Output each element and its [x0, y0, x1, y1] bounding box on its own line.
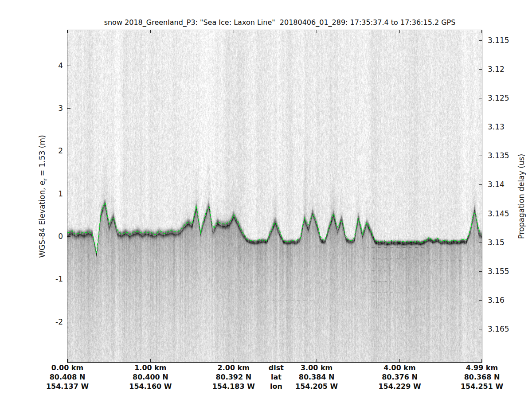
- lat-value: 80.368 N: [449, 372, 515, 382]
- x-tick-top: [399, 30, 400, 33]
- x-tick-bottom: [67, 359, 68, 362]
- x-axis-col-4.99-km: 4.99 km80.368 N154.251 W: [449, 363, 515, 391]
- delay-tick-label: 3.125: [488, 94, 519, 102]
- y-right-tick: [479, 156, 482, 156]
- elevation-tick-label: -2: [31, 317, 63, 326]
- x-tick-bottom: [317, 359, 317, 362]
- x-tick-top: [481, 30, 482, 33]
- y-left-tick: [67, 322, 70, 322]
- x-tick-bottom: [481, 359, 482, 362]
- elevation-tick-label: 2: [31, 146, 63, 155]
- x-tick-top: [150, 30, 151, 33]
- y-right-tick: [479, 127, 482, 127]
- y-right-tick: [479, 300, 482, 301]
- elevation-tick-label: -1: [31, 274, 63, 283]
- y-left-tick: [67, 151, 70, 151]
- dist-value: 4.00 km: [366, 363, 433, 372]
- lat-value: 80.408 N: [34, 372, 101, 382]
- y-left-tick: [67, 108, 70, 109]
- lon-value: 154.137 W: [34, 382, 101, 391]
- elevation-tick-label: 3: [31, 104, 63, 113]
- delay-tick-label: 3.135: [488, 151, 519, 160]
- lat-value: 80.384 N: [283, 372, 350, 382]
- y-right-tick: [479, 184, 482, 185]
- y-right-tick: [479, 69, 482, 70]
- plot-title: snow 2018_Greenland_P3: "Sea Ice: Laxon …: [67, 18, 493, 27]
- x-tick-bottom: [234, 359, 234, 362]
- elevation-tick-label: 4: [31, 61, 63, 70]
- left-axis-label-post: = 1.53 (m): [38, 135, 47, 178]
- echogram-canvas: [67, 30, 482, 362]
- delay-tick-label: 3.16: [488, 296, 519, 305]
- dist-value: 4.99 km: [449, 363, 515, 372]
- lon-value: 154.160 W: [117, 382, 184, 391]
- dist-value: 0.00 km: [34, 363, 101, 372]
- elevation-tick-label: 0: [31, 232, 63, 241]
- y-left-tick: [67, 236, 70, 237]
- x-tick-bottom: [399, 359, 400, 362]
- delay-tick-label: 3.145: [488, 209, 519, 218]
- y-right-tick: [479, 271, 482, 272]
- plot-area: [67, 30, 482, 363]
- x-axis-col-4.00-km: 4.00 km80.376 N154.229 W: [366, 363, 433, 391]
- x-axis-col-0.00-km: 0.00 km80.408 N154.137 W: [34, 363, 101, 391]
- y-right-tick: [479, 214, 482, 214]
- y-left-tick: [67, 66, 70, 66]
- delay-tick-label: 3.165: [488, 325, 519, 333]
- delay-tick-label: 3.13: [488, 122, 519, 131]
- delay-tick-label: 3.115: [488, 36, 519, 45]
- y-right-tick: [479, 243, 482, 243]
- dist-value: 1.00 km: [117, 363, 184, 372]
- y-right-tick: [479, 329, 482, 329]
- y-right-tick: [479, 40, 482, 41]
- delay-tick-label: 3.12: [488, 65, 519, 74]
- delay-tick-label: 3.14: [488, 180, 519, 189]
- x-axis-col-3.00-km: 3.00 km80.384 N154.205 W: [283, 363, 350, 391]
- right-axis-label: Propagation delay (us): [517, 154, 526, 239]
- left-axis-label-sub: r: [42, 179, 48, 181]
- elevation-tick-label: 1: [31, 189, 63, 198]
- lon-value: 154.229 W: [366, 382, 433, 391]
- x-tick-top: [67, 30, 68, 33]
- lon-value: 154.251 W: [449, 382, 515, 391]
- lon-value: 154.205 W: [283, 382, 350, 391]
- x-tick-top: [234, 30, 234, 33]
- y-left-tick: [67, 279, 70, 279]
- dist-value: 3.00 km: [283, 363, 350, 372]
- lat-value: 80.400 N: [117, 372, 184, 382]
- lat-value: 80.376 N: [366, 372, 433, 382]
- x-tick-bottom: [150, 359, 151, 362]
- y-left-tick: [67, 194, 70, 194]
- y-right-tick: [479, 98, 482, 98]
- delay-tick-label: 3.155: [488, 267, 519, 276]
- x-tick-top: [317, 30, 317, 33]
- delay-tick-label: 3.15: [488, 238, 519, 247]
- x-axis-col-1.00-km: 1.00 km80.400 N154.160 W: [117, 363, 184, 391]
- echogram-figure: snow 2018_Greenland_P3: "Sea Ice: Laxon …: [0, 0, 532, 399]
